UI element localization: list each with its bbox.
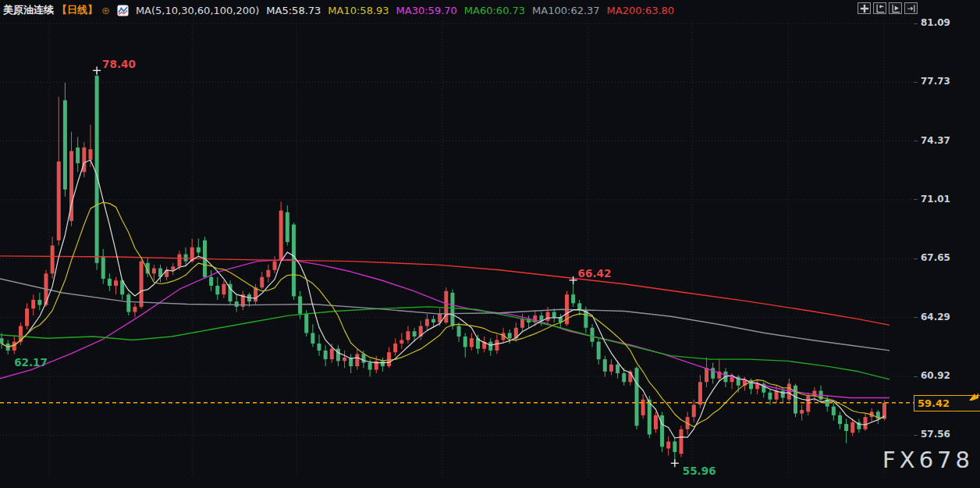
y-axis-tick xyxy=(914,376,918,377)
jump-latest-icon[interactable] xyxy=(904,2,918,14)
y-axis-label: 60.92 xyxy=(921,370,950,381)
y-axis-tick xyxy=(914,317,918,318)
crosshair-move-icon[interactable] xyxy=(858,2,871,14)
grid-lines xyxy=(0,20,913,478)
price-annotation: 62.17 xyxy=(14,356,48,369)
instrument-name: 美原油连续 xyxy=(3,3,54,17)
watermark: FX678 xyxy=(882,447,974,473)
y-axis-label: 67.65 xyxy=(921,252,950,263)
y-axis-label: 64.29 xyxy=(921,312,950,322)
y-axis-tick xyxy=(914,435,918,436)
ma-settings-label[interactable]: MA(5,10,30,60,100,200) xyxy=(136,5,259,16)
price-annotation: 66.42 xyxy=(578,267,612,280)
candlesticks xyxy=(0,70,886,463)
price-annotation: 55.96 xyxy=(683,465,716,477)
price-annotation: 78.40 xyxy=(102,58,136,70)
y-axis-label: 57.56 xyxy=(921,429,950,440)
y-axis-tick xyxy=(914,199,918,200)
kline-app-icon xyxy=(117,5,129,16)
play-forward-icon[interactable] xyxy=(889,2,902,14)
y-axis-label: 77.73 xyxy=(921,76,950,87)
shrink-x-icon[interactable] xyxy=(873,2,886,14)
ma60-value: MA60:60.73 xyxy=(464,5,525,16)
ma10-value: MA10:58.93 xyxy=(328,5,389,16)
y-axis-tick xyxy=(914,141,918,141)
chart-toolbar xyxy=(858,2,918,14)
chart-canvas[interactable]: 78.4062.1766.4255.96 xyxy=(0,0,980,488)
timeframe-label[interactable]: 【日线】 xyxy=(57,3,98,17)
ma5-value: MA5:58.73 xyxy=(266,5,321,16)
y-axis-label: 71.01 xyxy=(921,194,950,205)
ma200-value: MA200:63.80 xyxy=(607,5,675,16)
ma30-value: MA30:59.70 xyxy=(396,5,457,16)
price-alert-icon[interactable] xyxy=(968,391,980,404)
add-compare-icon[interactable]: ⊕ xyxy=(101,5,110,16)
ma100-value: MA100:62.37 xyxy=(532,5,600,16)
y-axis-tick xyxy=(914,258,918,259)
y-axis-tick xyxy=(914,23,918,24)
chart-header: 美原油连续【日线】⊕ MA(5,10,30,60,100,200) MA5:58… xyxy=(0,0,980,20)
y-axis-label: 74.37 xyxy=(921,135,950,146)
y-axis-tick xyxy=(914,82,918,83)
